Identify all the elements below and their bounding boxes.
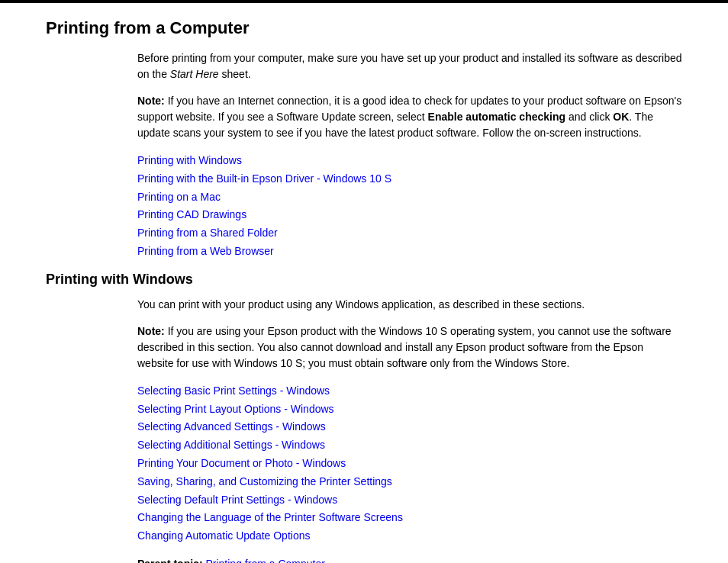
computer-links-list: Printing with Windows Printing with the … [137,152,682,261]
link-selecting-additional[interactable]: Selecting Additional Settings - Windows [137,436,682,455]
intro-text: Before printing from your computer, make… [137,50,682,82]
link-built-in-epson-driver[interactable]: Printing with the Built-in Epson Driver … [137,170,682,188]
top-border [0,0,728,3]
parent-topic-line: Parent topic: Printing from a Computer [137,556,682,563]
enable-automatic-checking-bold: Enable automatic checking [428,111,566,123]
intro-block: Before printing from your computer, make… [137,50,682,261]
link-printing-web-browser[interactable]: Printing from a Web Browser [137,243,682,261]
link-changing-automatic[interactable]: Changing Automatic Update Options [137,527,682,545]
link-printing-with-windows[interactable]: Printing with Windows [137,152,682,170]
page-container: Printing from a Computer Before printing… [0,0,728,563]
note-label-2: Note: [137,325,165,337]
note-block-1: Note: If you have an Internet connection… [137,93,682,141]
link-saving-sharing-customizing[interactable]: Saving, Sharing, and Customizing the Pri… [137,473,682,491]
link-printing-shared-folder[interactable]: Printing from a Shared Folder [137,224,682,243]
link-selecting-print-layout[interactable]: Selecting Print Layout Options - Windows [137,401,682,419]
link-printing-on-mac[interactable]: Printing on a Mac [137,188,682,207]
link-printing-document-photo[interactable]: Printing Your Document or Photo - Window… [137,455,682,473]
windows-links-list: Selecting Basic Print Settings - Windows… [137,382,682,545]
main-heading: Printing from a Computer [46,18,682,38]
parent-topic-link[interactable]: Printing from a Computer [205,558,324,563]
link-selecting-default[interactable]: Selecting Default Print Settings - Windo… [137,491,682,510]
windows-note-text: If you are using your Epson product with… [137,325,672,369]
ok-bold: OK [613,111,629,123]
content-area: Printing from a Computer Before printing… [0,18,728,563]
link-selecting-advanced[interactable]: Selecting Advanced Settings - Windows [137,418,682,436]
parent-topic-label: Parent topic: [137,558,203,563]
windows-indented-block: You can print with your product using an… [137,297,682,563]
note-label-1: Note: [137,95,165,107]
link-selecting-basic[interactable]: Selecting Basic Print Settings - Windows [137,382,682,401]
section-heading-windows: Printing with Windows [46,272,682,288]
link-changing-language[interactable]: Changing the Language of the Printer Sof… [137,509,682,527]
windows-intro-text: You can print with your product using an… [137,297,682,313]
link-printing-cad[interactable]: Printing CAD Drawings [137,206,682,224]
note-block-2: Note: If you are using your Epson produc… [137,323,682,372]
note-text-2: and click [565,111,613,123]
